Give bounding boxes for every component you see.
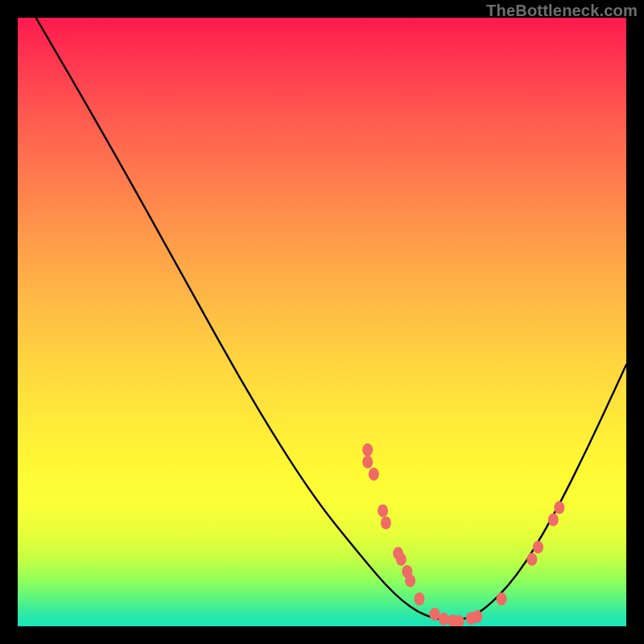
curve-marker bbox=[554, 502, 564, 514]
curve-marker bbox=[405, 574, 415, 587]
curve-markers bbox=[362, 444, 564, 626]
bottleneck-curve-chart bbox=[18, 18, 626, 626]
curve-marker bbox=[415, 592, 425, 605]
curve-marker bbox=[526, 553, 537, 566]
curve-marker bbox=[429, 608, 440, 621]
curve-marker bbox=[497, 592, 507, 605]
curve-marker bbox=[369, 468, 379, 481]
curve-marker bbox=[362, 444, 373, 456]
curve-marker bbox=[378, 504, 388, 517]
curve-marker bbox=[548, 514, 559, 526]
curve-marker bbox=[533, 541, 543, 554]
curve-line bbox=[36, 18, 626, 620]
curve-marker bbox=[439, 613, 449, 625]
curve-marker bbox=[381, 517, 391, 530]
curve-marker bbox=[362, 456, 373, 469]
curve-marker bbox=[472, 610, 482, 623]
curve-marker bbox=[396, 553, 407, 566]
